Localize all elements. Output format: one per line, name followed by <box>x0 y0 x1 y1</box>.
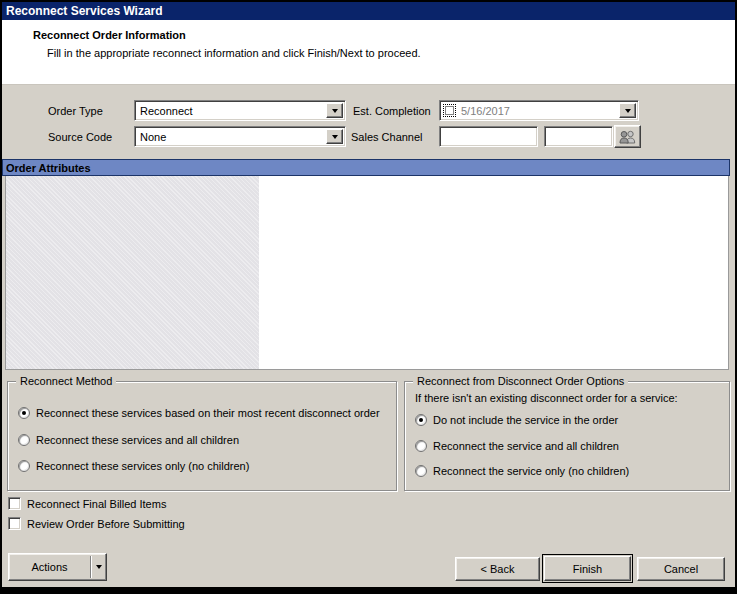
est-completion-picker[interactable]: 5/16/2017 <box>439 100 639 121</box>
people-icon <box>619 130 636 144</box>
checkbox-label: Reconnect Final Billed Items <box>27 498 166 510</box>
sales-channel-input-1[interactable] <box>439 126 538 147</box>
intro-text: If there isn't an existing disconnect or… <box>415 392 678 404</box>
order-attributes-panel <box>5 176 729 370</box>
disconnect-order-options-group: Reconnect from Disconnect Order Options … <box>404 381 730 491</box>
chevron-down-icon <box>332 135 338 139</box>
radio-option-services-all-children[interactable]: Reconnect these services and all childre… <box>18 434 239 446</box>
radio-option-services-only[interactable]: Reconnect these services only (no childr… <box>18 460 249 472</box>
radio-button-icon[interactable] <box>415 465 427 477</box>
checkbox-label: Review Order Before Submitting <box>27 518 185 530</box>
disconnect-options-group-title: Reconnect from Disconnect Order Options <box>413 375 628 387</box>
cancel-button-label: Cancel <box>664 563 698 575</box>
radio-button-icon[interactable] <box>415 440 427 452</box>
radio-option-service-all-children[interactable]: Reconnect the service and all children <box>415 440 619 452</box>
sales-channel-lookup-button[interactable] <box>614 125 641 148</box>
radio-label: Reconnect these services only (no childr… <box>36 460 249 472</box>
source-code-select[interactable]: None <box>134 126 346 147</box>
finish-button-label: Finish <box>573 563 602 575</box>
order-type-value: Reconnect <box>135 105 345 117</box>
sales-channel-label: Sales Channel <box>351 131 423 143</box>
actions-button-label[interactable]: Actions <box>9 561 90 573</box>
reconnect-final-billed-checkbox-row[interactable]: Reconnect Final Billed Items <box>8 497 166 510</box>
actions-button[interactable]: Actions <box>8 553 107 581</box>
radio-label: Reconnect these services based on their … <box>36 407 380 419</box>
radio-button-icon[interactable] <box>18 407 30 419</box>
back-button-label: < Back <box>481 563 515 575</box>
reconnect-method-group-title: Reconnect Method <box>16 375 116 387</box>
finish-button[interactable]: Finish <box>542 554 633 583</box>
reconnect-services-wizard-dialog: Reconnect Services Wizard Reconnect Orde… <box>0 0 737 594</box>
source-code-label: Source Code <box>48 131 112 143</box>
chevron-down-icon <box>332 109 338 113</box>
radio-button-icon[interactable] <box>18 460 30 472</box>
est-completion-value: 5/16/2017 <box>456 105 638 117</box>
disconnect-options-intro: If there isn't an existing disconnect or… <box>415 392 678 404</box>
cancel-button[interactable]: Cancel <box>637 557 725 581</box>
actions-dropdown-button[interactable] <box>92 565 106 569</box>
page-title: Reconnect Order Information <box>33 29 186 41</box>
est-completion-dropdown-button[interactable] <box>619 103 636 118</box>
radio-label: Reconnect the service only (no children) <box>433 465 629 477</box>
radio-label: Do not include the service in the order <box>433 414 618 426</box>
order-attributes-header: Order Attributes <box>2 159 730 176</box>
page-subtitle: Fill in the appropriate reconnect inform… <box>47 47 421 59</box>
attributes-list-panel[interactable] <box>6 176 259 369</box>
back-button[interactable]: < Back <box>455 557 540 581</box>
radio-option-do-not-include[interactable]: Do not include the service in the order <box>415 414 618 426</box>
radio-label: Reconnect the service and all children <box>433 440 619 452</box>
radio-option-most-recent-disconnect[interactable]: Reconnect these services based on their … <box>18 407 380 419</box>
window-title: Reconnect Services Wizard <box>6 4 163 18</box>
radio-button-icon[interactable] <box>415 414 427 426</box>
title-bar: Reconnect Services Wizard <box>2 2 735 20</box>
radio-button-icon[interactable] <box>18 434 30 446</box>
source-code-dropdown-button[interactable] <box>326 129 343 144</box>
checkbox-icon <box>445 106 454 115</box>
radio-label: Reconnect these services and all childre… <box>36 434 239 446</box>
sales-channel-input-2[interactable] <box>544 126 613 147</box>
order-type-select[interactable]: Reconnect <box>134 100 346 121</box>
checkbox-icon[interactable] <box>8 497 21 510</box>
est-completion-label: Est. Completion <box>353 105 431 117</box>
bottom-edge <box>2 587 735 592</box>
review-order-checkbox-row[interactable]: Review Order Before Submitting <box>8 517 185 530</box>
chevron-down-icon <box>625 109 631 113</box>
checkbox-icon[interactable] <box>8 517 21 530</box>
source-code-value: None <box>135 131 345 143</box>
reconnect-method-group: Reconnect Method Reconnect these service… <box>7 381 397 491</box>
est-completion-enable-checkbox[interactable] <box>443 104 456 117</box>
order-attributes-title: Order Attributes <box>6 162 91 174</box>
order-type-label: Order Type <box>48 105 103 117</box>
chevron-down-icon <box>96 565 102 569</box>
radio-option-service-only[interactable]: Reconnect the service only (no children) <box>415 465 629 477</box>
wizard-header: Reconnect Order Information Fill in the … <box>2 20 735 85</box>
order-type-dropdown-button[interactable] <box>326 103 343 118</box>
